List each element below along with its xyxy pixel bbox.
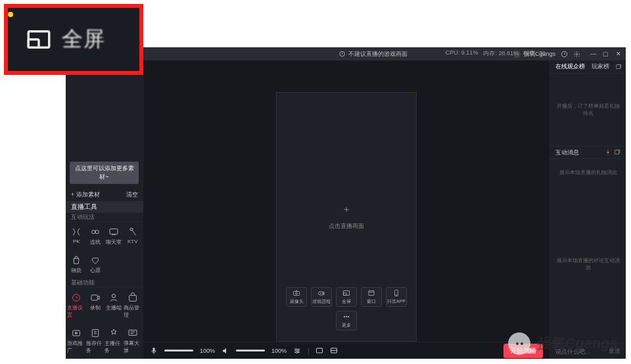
speaker-volume-value: 100% <box>271 348 287 354</box>
source-camera[interactable]: 摄像头 <box>286 287 307 307</box>
tool-promo[interactable]: 游戏推广 <box>67 326 86 356</box>
svg-rect-7 <box>110 229 118 234</box>
tool-big-screen[interactable]: 弹幕大屏 <box>124 326 143 356</box>
svg-point-29 <box>296 348 297 350</box>
full-screen-icon <box>342 289 350 297</box>
sub-header-interaction: 互动玩法 <box>66 213 143 222</box>
tools-header: 直播工具 <box>66 201 143 213</box>
source-window[interactable]: 窗口 <box>361 287 382 307</box>
source-full-screen[interactable]: 全屏 <box>336 287 357 307</box>
settings-icon <box>71 292 82 303</box>
record-icon <box>90 292 101 303</box>
canvas-hint: 点击直播画面 <box>329 222 364 231</box>
task-icon <box>90 328 101 338</box>
popout-icon[interactable] <box>615 64 622 70</box>
audience-panel: 开播后，订了榜单观看礼物排名 <box>550 74 626 146</box>
tab-players[interactable]: 玩家榜 <box>592 62 609 71</box>
svg-point-31 <box>296 352 298 353</box>
svg-point-4 <box>576 53 578 55</box>
svg-rect-16 <box>294 292 300 296</box>
pk-icon <box>71 227 82 237</box>
svg-rect-32 <box>317 348 323 353</box>
svg-point-27 <box>346 316 347 317</box>
watermark: 强氧Cgangs <box>508 332 618 355</box>
tool-pk[interactable]: PK <box>67 225 86 248</box>
more-icon <box>342 313 350 321</box>
layout2-icon[interactable] <box>330 347 338 355</box>
audio-settings-icon[interactable] <box>293 347 301 355</box>
window-icon <box>367 289 375 297</box>
promo-icon <box>71 328 82 338</box>
maximize-button[interactable]: ▢ <box>602 51 609 58</box>
chatroom-icon <box>108 227 119 237</box>
clear-sources-button[interactable]: 清空 <box>126 191 138 199</box>
svg-point-19 <box>323 293 323 294</box>
source-game[interactable]: 游戏进程 <box>311 287 332 307</box>
goods-icon <box>128 292 138 303</box>
source-more[interactable]: 更多 <box>336 311 357 330</box>
tool-settings[interactable]: 直播设置 <box>67 290 86 321</box>
add-source-button[interactable]: + 添加素材 <box>71 191 100 199</box>
add-source-tooltip: 点这里可以添加更多素材~ <box>70 162 139 184</box>
mic-volume-value: 100% <box>200 348 215 354</box>
settings-icon[interactable] <box>573 51 580 58</box>
phone-icon <box>392 289 400 297</box>
tool-chatroom[interactable]: 聊天室 <box>105 225 124 248</box>
source-phone[interactable]: 抖音APP <box>386 287 407 307</box>
svg-point-5 <box>91 230 95 233</box>
add-icon: ＋ <box>342 204 351 216</box>
popout-icon[interactable] <box>614 149 620 156</box>
minimize-button[interactable]: — <box>590 51 597 58</box>
tool-task[interactable]: 推荐任务 <box>86 326 105 356</box>
wish-icon <box>90 255 101 265</box>
tab-audience[interactable]: 在线观众榜 <box>555 62 585 71</box>
svg-point-11 <box>112 294 116 298</box>
gift-panel: 展示本场直播的礼物消息 <box>550 159 626 185</box>
svg-rect-15 <box>129 330 137 335</box>
speaker-icon[interactable] <box>222 347 229 355</box>
tool-goods[interactable]: 商品管理 <box>124 290 143 321</box>
svg-rect-22 <box>344 293 347 296</box>
tool-lianmai[interactable]: 连线 <box>86 225 105 248</box>
highlight-label: 全屏 <box>62 25 105 54</box>
app-window: 不建议直播的游戏画面 强氧Cgangs — ▢ ✕ 场次账 强氧Cg... • … <box>66 47 626 359</box>
layout-icon[interactable] <box>316 347 323 355</box>
sub-header-basic: 基础功能 <box>66 279 143 288</box>
chat-panel: 展示本场直播的评论互动消息 <box>550 185 626 343</box>
sidebar: 场次账 强氧Cg... • 点这里可以添加更多素材~ + 添加素材 清空 直播工… <box>66 60 143 359</box>
tool-wish[interactable]: 心愿 <box>86 253 105 276</box>
tool-record[interactable]: 录制 <box>86 290 105 321</box>
tool-ktv[interactable]: KTV <box>124 225 143 248</box>
close-button[interactable]: ✕ <box>615 51 622 58</box>
svg-rect-1 <box>28 39 39 47</box>
tool-anchor-task[interactable]: 主播任务 <box>105 326 124 356</box>
feedback-icon[interactable] <box>561 51 568 58</box>
svg-rect-12 <box>129 296 136 302</box>
tool-fudai[interactable]: 福袋 <box>67 253 86 276</box>
anchor-task-icon <box>108 328 119 338</box>
ktv-icon <box>128 227 138 237</box>
mic-volume-slider[interactable] <box>164 350 193 352</box>
highlight-callout: 全屏 <box>4 4 143 75</box>
svg-rect-23 <box>369 291 374 296</box>
stats-bar: CPU: 9.11% 内存: 28.61% 帧率: 30 <box>446 49 546 58</box>
svg-rect-36 <box>615 150 619 154</box>
speaker-volume-slider[interactable] <box>236 350 265 352</box>
svg-point-35 <box>607 152 609 154</box>
bottom-bar: 100% 100% | 开始直播 <box>143 342 549 359</box>
preview-canvas[interactable]: ＋ 点击直播画面 摄像头游戏进程全屏窗口抖音APP 更多 <box>276 92 417 342</box>
svg-rect-10 <box>91 295 97 300</box>
interaction-header: 互动消息 <box>550 146 626 159</box>
right-column: 在线观众榜 玩家榜 开播后，订了榜单观看礼物排名 互动消息 展示本场直播的礼物消… <box>549 60 626 359</box>
svg-rect-34 <box>617 64 620 68</box>
tool-copilot[interactable]: 主播端 <box>105 290 124 321</box>
titlebar-warning: 不建议直播的游戏画面 <box>339 50 408 58</box>
mic-icon[interactable] <box>150 347 158 355</box>
svg-point-20 <box>323 294 324 294</box>
source-list-empty: 点这里可以添加更多素材~ <box>66 74 143 188</box>
camera-icon <box>292 289 300 297</box>
lianmai-icon <box>90 227 101 237</box>
filter-icon[interactable] <box>605 149 611 156</box>
svg-point-30 <box>298 350 299 352</box>
game-icon <box>317 289 325 297</box>
